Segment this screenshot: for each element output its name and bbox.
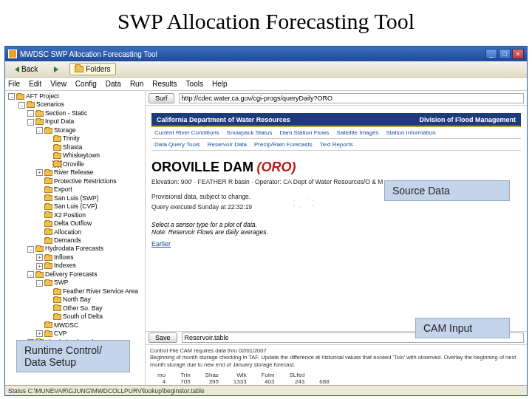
tree-item[interactable]: Input Data — [45, 117, 74, 126]
star-icon: . ˙ · .· . ˙ · — [293, 196, 316, 209]
tree-item[interactable]: Allocation — [54, 228, 81, 236]
tree-item[interactable]: Scenarios — [36, 100, 64, 109]
toolbar: Back Folders — [5, 61, 527, 78]
tree-item[interactable]: MWDSC — [54, 321, 78, 330]
tree-item[interactable]: Delta Outflow — [54, 219, 92, 228]
folders-button[interactable]: Folders — [69, 63, 115, 75]
back-icon — [15, 66, 19, 72]
tree-toggle-icon[interactable]: - — [27, 246, 34, 253]
save-button[interactable]: Save — [149, 332, 177, 343]
tree-item[interactable]: CVP — [54, 330, 66, 338]
folder-icon — [53, 161, 61, 167]
forward-button[interactable] — [49, 64, 64, 75]
nav-link[interactable]: Data Query Tools — [154, 141, 200, 148]
menu-edit[interactable]: Edit — [29, 80, 41, 88]
folder-icon — [75, 66, 83, 72]
folder-icon — [44, 170, 52, 176]
folder-icon — [53, 305, 61, 311]
menu-results[interactable]: Results — [152, 80, 177, 88]
folder-icon — [53, 153, 61, 159]
folder-icon — [27, 102, 35, 108]
tree-item[interactable]: SWP — [54, 279, 68, 287]
folder-icon — [44, 229, 52, 235]
tree-item[interactable]: Storage — [54, 126, 76, 134]
nav-link[interactable]: Satellite Images — [337, 129, 379, 136]
menu-file[interactable]: File — [8, 80, 20, 88]
tree-item[interactable]: Demands — [54, 236, 81, 245]
surf-button[interactable]: Surf — [149, 93, 174, 103]
tree-item[interactable]: Export — [54, 185, 72, 194]
menu-config[interactable]: Config — [75, 80, 97, 88]
tree-item[interactable]: Oroville — [63, 160, 84, 168]
tree-item[interactable]: South of Delta — [63, 313, 103, 321]
back-button[interactable]: Back — [10, 63, 43, 75]
slide-title: SWP Allocation Forecasting Tool — [0, 0, 532, 38]
tree-item[interactable]: Section - Static — [45, 109, 87, 117]
nav-link[interactable]: Station Information — [386, 129, 435, 136]
folder-icon — [53, 136, 61, 142]
tree-item[interactable]: AFT Project — [26, 92, 59, 100]
folder-icon — [44, 212, 52, 218]
tree-toggle-icon[interactable]: + — [36, 330, 43, 337]
tree-item[interactable]: San Luis (CVP) — [54, 202, 98, 211]
folder-icon — [44, 263, 52, 269]
tree-item[interactable]: Delivery Forecasts — [45, 270, 97, 279]
tree-item[interactable]: North Bay — [63, 296, 91, 304]
folders-label: Folders — [86, 65, 110, 73]
web-content: California Department of Water Resources… — [146, 106, 527, 331]
tree-toggle-icon[interactable]: + — [36, 263, 43, 270]
menu-tools[interactable]: Tools — [186, 80, 203, 88]
tree-item[interactable]: Other So. Bay — [63, 304, 102, 313]
menu-data[interactable]: Data — [106, 80, 121, 88]
menu-view[interactable]: View — [50, 80, 66, 88]
nav-link[interactable]: Current River Conditions — [154, 129, 219, 136]
nav-link[interactable]: Snowpack Status — [227, 129, 273, 136]
tree-toggle-icon[interactable]: - — [27, 271, 34, 278]
window-title: MWDSC SWP Allocation Forecasting Tool — [20, 50, 157, 58]
folder-icon — [44, 238, 52, 244]
tree-toggle-icon[interactable]: - — [36, 280, 43, 287]
tree-toggle-icon[interactable]: - — [27, 110, 34, 117]
tree-item[interactable]: San Luis (SWP) — [54, 194, 98, 202]
tree-item[interactable]: X2 Position — [54, 211, 86, 219]
flow-note: Note: Reservoir Flows are daily averages… — [151, 228, 521, 236]
tree-toggle-icon[interactable]: - — [27, 119, 34, 126]
nav-link[interactable]: Reservoir Data — [208, 141, 247, 148]
url-input[interactable] — [179, 93, 524, 103]
nav-link[interactable]: Precip/Rain Forecasts — [254, 141, 313, 148]
dam-title: OROVILLE DAM (ORO) — [151, 160, 521, 175]
tree-item[interactable]: Indexes — [54, 262, 76, 270]
cam-control-text: Control File CAM requires data thru 02/0… — [146, 345, 527, 370]
folder-icon — [35, 246, 44, 252]
folder-icon — [53, 145, 61, 151]
tree-item[interactable]: River Release — [54, 168, 93, 177]
tree-toggle-icon[interactable]: + — [36, 169, 43, 176]
maximize-button[interactable]: □ — [499, 49, 511, 59]
earlier-link[interactable]: Earlier — [151, 240, 521, 248]
tree-toggle-icon[interactable]: - — [8, 93, 15, 100]
tree-toggle-icon[interactable]: - — [36, 127, 43, 134]
right-panel: Surf California Department of Water Reso… — [146, 91, 527, 386]
tree-toggle-icon[interactable]: + — [36, 254, 43, 261]
folder-icon — [44, 204, 52, 210]
nav-link[interactable]: Dam Station Flows — [279, 129, 329, 136]
menu-help[interactable]: Help — [212, 80, 228, 88]
folder-icon — [44, 187, 52, 193]
minimize-button[interactable]: _ — [485, 49, 497, 59]
nav-link[interactable]: Text Reports — [320, 141, 353, 148]
tree-item[interactable]: Trinity — [63, 134, 80, 143]
menu-run[interactable]: Run — [130, 80, 143, 88]
tree-item[interactable]: Inflows — [54, 253, 73, 262]
nav-row-1: Current River Conditions Snowpack Status… — [151, 127, 521, 139]
tree-item[interactable]: Feather River Service Area — [63, 287, 138, 296]
table-header-row: moTrinShas WlkFolmSLfed — [150, 372, 337, 378]
folder-icon — [44, 280, 52, 286]
tree-item[interactable]: Protective Restrictions — [54, 177, 117, 185]
tree-toggle-icon[interactable]: - — [18, 102, 25, 109]
tree-item[interactable]: Whiskeytown — [63, 151, 100, 160]
folder-icon — [44, 195, 52, 201]
folder-icon — [44, 255, 52, 261]
tree-item[interactable]: Hydrodata Forecasts — [45, 245, 103, 253]
tree-item[interactable]: Shasta — [63, 143, 82, 151]
close-button[interactable]: × — [512, 49, 524, 59]
